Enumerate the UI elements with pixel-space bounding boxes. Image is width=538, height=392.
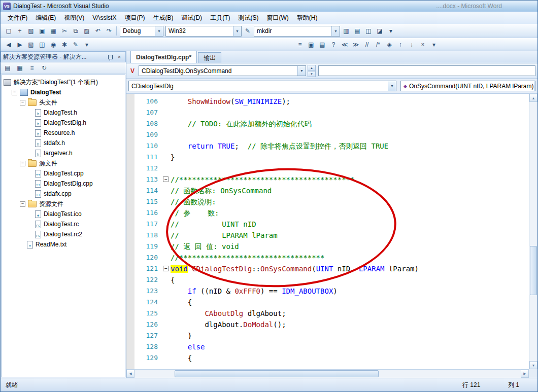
parameter-info-icon[interactable]: ▤ — [317, 40, 327, 50]
code-line[interactable]: 114// 函数名称: OnSysCommand — [126, 185, 529, 196]
code-line[interactable]: 106 ShowWindow(SW_MINIMIZE); — [126, 96, 529, 107]
fold-collapse-icon[interactable] — [162, 263, 171, 274]
tree-item-file[interactable]: hstdafx.h — [2, 138, 125, 148]
find-in-files-icon[interactable]: ▥ — [341, 26, 351, 36]
auto-hide-pin-icon[interactable] — [106, 53, 114, 61]
open-file-icon[interactable]: ▧ — [26, 26, 36, 36]
code-line[interactable]: 121void CDialogTestDlg::OnSysCommand(UIN… — [126, 263, 529, 274]
toolbar-options-icon[interactable]: ▾ — [386, 26, 396, 36]
menu-item[interactable]: VAssistX — [88, 13, 120, 23]
vertical-scroll-thumb[interactable] — [530, 246, 537, 295]
tree-item-solution[interactable]: 解决方案“DialogTest”(1 个项目) — [2, 77, 125, 87]
object-browser-icon[interactable]: ◪ — [375, 26, 385, 36]
chevron-down-icon[interactable]: ▼ — [331, 26, 340, 36]
menu-item[interactable]: 测试(S) — [234, 12, 262, 24]
show-all-files-icon[interactable]: ▦ — [15, 63, 25, 73]
decrease-indent-icon[interactable]: ≪ — [340, 40, 350, 50]
save-icon[interactable]: ▣ — [37, 26, 47, 36]
view-code-icon[interactable]: ≡ — [27, 63, 37, 73]
va-open-file-in-solution-icon[interactable]: ▧ — [26, 40, 36, 50]
code-line[interactable]: 128 else — [126, 341, 529, 352]
code-line[interactable]: 129 { — [126, 352, 529, 364]
scroll-up-icon[interactable]: ▲ — [529, 94, 537, 102]
va-find-references-icon[interactable]: ✱ — [59, 40, 70, 50]
menu-item[interactable]: 帮助(H) — [293, 12, 322, 24]
word-completion-icon[interactable]: ▣ — [306, 40, 316, 50]
next-bookmark-icon[interactable]: ↓ — [407, 40, 417, 50]
tree-item-file[interactable]: ≡ReadMe.txt — [2, 239, 125, 250]
undo-icon[interactable]: ↶ — [93, 26, 103, 36]
fold-collapse-icon[interactable] — [162, 174, 171, 185]
code-line[interactable]: 109 — [126, 129, 529, 140]
platform-combo[interactable]: Win32 ▼ — [165, 26, 242, 37]
menu-item[interactable]: 项目(P) — [120, 12, 149, 24]
clear-bookmarks-icon[interactable]: × — [418, 40, 428, 50]
find-combo[interactable]: mkdir ▼ — [254, 26, 340, 37]
expander-icon[interactable]: − — [20, 201, 25, 207]
menu-item[interactable]: 文件(F) — [4, 12, 31, 24]
vertical-scrollbar[interactable]: ▲ ▼ — [529, 94, 537, 369]
menu-item[interactable]: 工具(T) — [206, 12, 234, 24]
cut-icon[interactable]: ✂ — [59, 26, 70, 36]
va-nav-back-icon[interactable]: ◀ — [4, 40, 14, 50]
comment-selection-icon[interactable]: // — [362, 40, 372, 50]
menu-item[interactable]: 调试(D) — [177, 12, 206, 24]
menu-item[interactable]: 生成(B) — [149, 12, 177, 24]
configuration-combo[interactable]: Debug ▼ — [120, 26, 163, 37]
expander-icon[interactable]: − — [12, 90, 17, 95]
code-line[interactable]: 127 } — [126, 330, 529, 341]
code-line[interactable]: 111} — [126, 152, 529, 163]
code-line[interactable]: 110 return TRUE; // 除非将焦点设置到控件，否则返回 TRUE — [126, 140, 529, 152]
code-line[interactable]: 124 { — [126, 297, 529, 308]
vassistx-spinner[interactable]: ▲▼ — [308, 65, 316, 77]
va-nav-forward-icon[interactable]: ▶ — [15, 40, 25, 50]
tree-item-project[interactable]: −DialogTest — [2, 87, 125, 97]
horizontal-scroll-thumb[interactable] — [175, 370, 379, 377]
vassistx-definition-field[interactable] — [318, 65, 535, 76]
toggle-bookmark-icon[interactable]: ◈ — [384, 40, 394, 50]
chevron-down-icon[interactable]: ▼ — [388, 81, 396, 91]
menu-item[interactable]: 视图(V) — [60, 12, 88, 24]
tree-item-folder[interactable]: −头文件 — [2, 97, 125, 108]
tab-dialogtestdlg-cpp[interactable]: DialogTestDlg.cpp* — [130, 51, 197, 63]
tree-item-file[interactable]: ++DialogTestDlg.cpp — [2, 179, 125, 189]
chevron-down-icon[interactable]: ▼ — [534, 81, 535, 91]
code-line[interactable]: 120//********************************** — [126, 252, 529, 263]
va-refactor-menu-icon[interactable]: ✎ — [71, 40, 81, 50]
save-all-icon[interactable]: ▦ — [48, 26, 58, 36]
copy-icon[interactable]: ⧉ — [71, 26, 81, 36]
expander-icon[interactable]: − — [20, 161, 25, 166]
code-editor[interactable]: 106 ShowWindow(SW_MINIMIZE);107108 // TO… — [126, 94, 529, 369]
previous-bookmark-icon[interactable]: ↑ — [395, 40, 406, 50]
menu-item[interactable]: 编辑(E) — [31, 12, 60, 24]
tab-output[interactable]: 输出 — [198, 52, 221, 63]
code-line[interactable]: 115// 函数说明: — [126, 196, 529, 207]
refresh-icon[interactable]: ↻ — [39, 63, 49, 73]
code-line[interactable]: 113//***********************************… — [126, 174, 529, 185]
expander-icon[interactable]: − — [20, 100, 25, 105]
code-line[interactable]: 118// LPARAM lParam — [126, 230, 529, 241]
chevron-down-icon[interactable]: ▼ — [155, 26, 163, 36]
new-file-icon[interactable]: ▢ — [4, 26, 14, 36]
horizontal-scrollbar[interactable]: ◀ ▶ — [126, 369, 529, 378]
code-line[interactable]: 117// UINT nID — [126, 219, 529, 230]
tree-item-folder[interactable]: −资源文件 — [2, 199, 125, 209]
tree-item-folder[interactable]: −源文件 — [2, 158, 125, 168]
code-line[interactable]: 116// 参 数: — [126, 207, 529, 219]
code-line[interactable]: 123 if ((nID & 0xFFF0) == IDM_ABOUTBOX) — [126, 286, 529, 297]
tree-item-file[interactable]: ++DialogTest.cpp — [2, 168, 125, 179]
va-options-icon[interactable]: ▾ — [82, 40, 92, 50]
tree-item-file[interactable]: hDialogTest.h — [2, 108, 125, 118]
types-combo[interactable]: CDialogTestDlg ▼ — [128, 81, 396, 91]
tree-item-file[interactable]: rcDialogTest.rc — [2, 219, 125, 229]
code-line[interactable]: 107 — [126, 107, 529, 118]
tree-item-file[interactable]: ++stdafx.cpp — [2, 189, 125, 199]
redo-icon[interactable]: ↷ — [104, 26, 114, 36]
scroll-down-icon[interactable]: ▼ — [529, 361, 537, 369]
vassistx-context-combo[interactable]: CDialogTestDlg.OnSysCommand ▼ — [139, 65, 306, 76]
va-open-corresponding-file-icon[interactable]: ◫ — [37, 40, 47, 50]
properties-window-icon[interactable]: ▤ — [352, 26, 362, 36]
chevron-down-icon[interactable]: ▼ — [297, 66, 306, 76]
code-line[interactable]: 122{ — [126, 274, 529, 286]
code-line[interactable]: 126 dlgAbout.DoModal(); — [126, 319, 529, 330]
